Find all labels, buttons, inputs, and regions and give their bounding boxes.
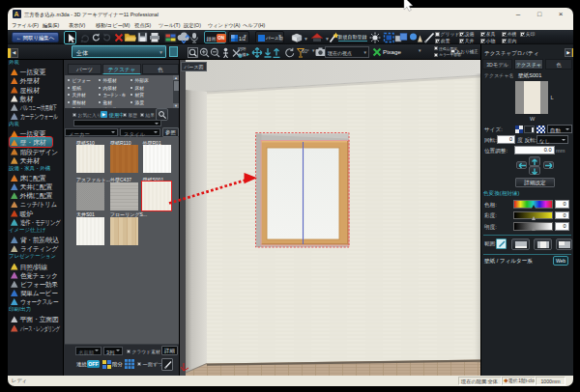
svg-text:▼: ▼ [304, 36, 308, 42]
